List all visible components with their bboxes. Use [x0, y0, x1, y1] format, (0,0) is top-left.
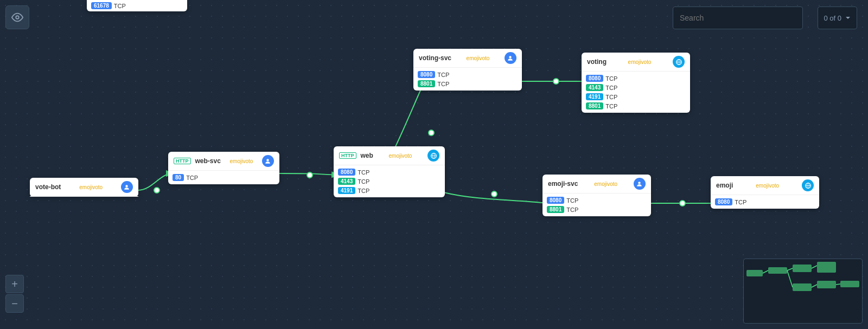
node-voting-svc-header: voting-svc emojivoto [413, 49, 522, 68]
node-web-header: HTTP web emojivoto [334, 146, 445, 165]
node-voting-svc-title: voting-svc [419, 54, 451, 62]
node-web-svc-namespace: emojivoto [230, 158, 253, 164]
node-vote-bot: vote-bot emojivoto [30, 178, 138, 197]
search-bar [673, 7, 803, 29]
svg-point-19 [154, 188, 159, 193]
svg-line-11 [812, 266, 817, 268]
port-row: 4191 TCP [334, 186, 445, 195]
search-input[interactable] [673, 7, 803, 29]
node-emoji-header: emoji emojivoto [711, 176, 819, 195]
node-web-svc: HTTP web-svc emojivoto 80 TCP [168, 152, 279, 184]
node-voting-header: voting emojivoto [582, 53, 690, 72]
svg-point-0 [16, 16, 19, 19]
zoom-in-button[interactable]: + [5, 275, 24, 293]
node-vote-bot-icon [121, 181, 133, 193]
zoom-out-button[interactable]: − [5, 294, 24, 313]
port-row: 8801 TCP [582, 101, 690, 111]
node-emoji-icon [802, 179, 814, 191]
svg-rect-3 [793, 265, 812, 272]
node-voting-svc-namespace: emojivoto [467, 55, 490, 61]
node-emoji-ports: 8080 TCP [711, 195, 819, 209]
port-row: 8080 TCP [711, 197, 819, 207]
node-emoji-svc: emoji-svc emojivoto 8080 TCP 8801 TCP [542, 175, 651, 216]
web-svc-http-badge: HTTP [174, 158, 191, 164]
svg-point-25 [639, 182, 641, 184]
node-web-svc-header: HTTP web-svc emojivoto [168, 152, 279, 171]
web-http-badge: HTTP [339, 152, 356, 159]
node-voting-svc-ports: 8080 TCP 8801 TCP [413, 68, 522, 91]
toggle-visibility-button[interactable] [5, 5, 29, 29]
chevron-down-icon [845, 15, 851, 21]
node-emoji-svc-header: emoji-svc emojivoto [542, 175, 651, 193]
svg-point-23 [509, 56, 512, 58]
node-voting-namespace: emojivoto [628, 59, 652, 65]
svg-rect-7 [840, 281, 859, 287]
svg-line-13 [836, 284, 840, 285]
svg-line-10 [787, 270, 793, 287]
node-emoji-svc-title: emoji-svc [548, 180, 578, 188]
node-voting-svc-icon [505, 52, 516, 64]
node-web-title: HTTP web [339, 152, 373, 159]
svg-line-12 [812, 285, 817, 287]
port-row: 80 TCP [168, 173, 279, 182]
minimap [743, 259, 863, 324]
node-voting: voting emojivoto 8080 TCP 4143 TCP 4191 … [582, 53, 690, 113]
port-row: 8080 TCP [334, 167, 445, 177]
svg-line-8 [763, 270, 768, 273]
search-counter: 0 of 0 [818, 7, 857, 29]
node-voting-icon [673, 56, 685, 68]
node-web-svc-title: HTTP web-svc [174, 157, 221, 165]
port-row: 8801 TCP [413, 79, 522, 88]
svg-rect-2 [768, 267, 787, 274]
port-row: 4191 TCP [582, 92, 690, 101]
svg-line-9 [787, 268, 793, 270]
node-vote-bot-header: vote-bot emojivoto [30, 178, 138, 197]
node-emoji-namespace: emojivoto [756, 183, 779, 189]
node-vote-bot-title: vote-bot [35, 183, 61, 191]
svg-point-14 [307, 172, 312, 178]
eye-icon [11, 11, 23, 23]
node-web-icon [427, 150, 439, 162]
svg-point-18 [680, 201, 685, 206]
node-web-ports: 8080 TCP 4143 TCP 4191 TCP [334, 165, 445, 197]
node-emoji-title: emoji [716, 182, 733, 189]
node-vote-bot-namespace: emojivoto [79, 184, 103, 190]
node-emoji-svc-icon [634, 178, 646, 190]
svg-point-15 [429, 130, 434, 136]
svg-point-16 [553, 79, 559, 84]
node-emoji: emoji emojivoto 8080 TCP [711, 176, 819, 209]
zoom-controls: + − [5, 275, 24, 313]
svg-point-17 [492, 191, 497, 197]
port-row: 4143 TCP [334, 177, 445, 186]
svg-point-20 [126, 185, 128, 187]
node-voting-title: voting [587, 58, 607, 66]
svg-point-21 [267, 159, 269, 161]
node-web-svc-ports: 80 TCP [168, 171, 279, 184]
port-row: 8080 TCP [413, 70, 522, 79]
svg-rect-5 [817, 262, 836, 273]
partial-port-badge: 61678 [91, 2, 112, 9]
port-row: 8801 TCP [542, 205, 651, 214]
counter-text: 0 of 0 [824, 14, 841, 22]
partial-port-protocol: TCP [114, 3, 126, 9]
node-voting-svc: voting-svc emojivoto 8080 TCP 8801 TCP [413, 49, 522, 91]
port-row: 8080 TCP [582, 74, 690, 83]
svg-rect-6 [817, 281, 836, 288]
svg-rect-1 [746, 270, 763, 276]
partial-node: 61678 TCP [87, 0, 187, 11]
port-row: 8080 TCP [542, 196, 651, 205]
node-web: HTTP web emojivoto 8080 TCP 4143 TCP 419… [334, 146, 445, 197]
svg-rect-4 [793, 283, 812, 291]
node-web-svc-icon [262, 155, 274, 167]
node-emoji-svc-namespace: emojivoto [594, 181, 617, 187]
node-voting-ports: 8080 TCP 4143 TCP 4191 TCP 8801 TCP [582, 72, 690, 113]
port-row: 4143 TCP [582, 83, 690, 92]
node-web-namespace: emojivoto [389, 153, 412, 159]
node-emoji-svc-ports: 8080 TCP 8801 TCP [542, 193, 651, 216]
